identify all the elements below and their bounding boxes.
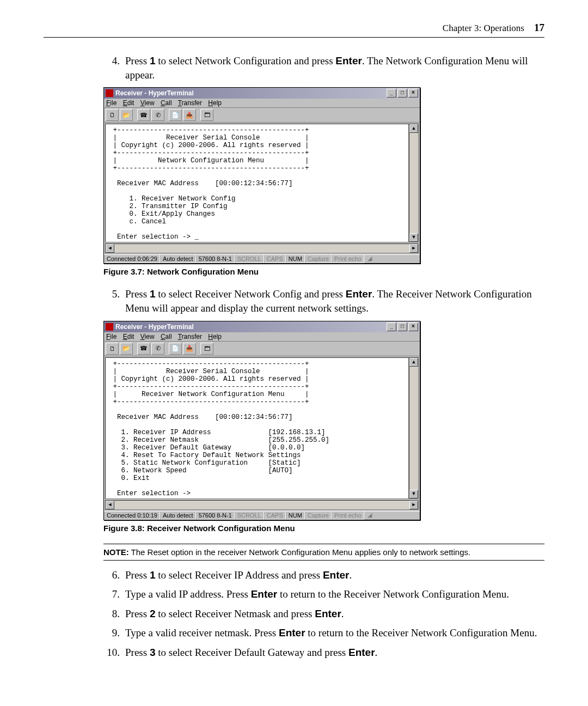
maximize-button[interactable]: □ [397,89,407,98]
tb-connect-icon[interactable]: ☎ [137,343,150,355]
titlebar[interactable]: Receiver - HyperTerminal _ □ × [104,88,420,99]
page-header: Chapter 3: Operations 17 [44,22,544,38]
step-10: 10. Press 3 to select Receiver Default G… [103,646,544,660]
tb-receive-icon[interactable]: 📥 [183,343,196,355]
tb-disconnect-icon[interactable]: ✆ [151,109,164,121]
step-text: Type a valid receiver netmask. Press Ent… [125,626,544,640]
statusbar: Connected 0:06:29 Auto detect 57600 8-N-… [104,254,420,263]
hyperterminal-window-2: Receiver - HyperTerminal _ □ × File Edit… [103,321,420,520]
menu-view[interactable]: View [140,333,155,340]
step-number: 8. [103,607,120,621]
scroll-up-icon[interactable] [409,358,418,367]
step-number: 4. [103,54,120,82]
menu-help[interactable]: Help [208,99,222,107]
note-text: The Reset option in the receiver Network… [129,547,471,557]
tb-send-icon[interactable]: 📄 [169,343,182,355]
scroll-right-icon[interactable] [409,244,418,253]
status-connected: Connected 0:06:29 [104,255,160,263]
step-number: 9. [103,626,120,640]
status-caps: CAPS [264,255,286,263]
statusbar: Connected 0:10:19 Auto detect 57600 8-N-… [104,511,420,520]
tb-send-icon[interactable]: 📄 [169,109,182,121]
status-capture: Capture [305,512,332,520]
hyperterminal-window-1: Receiver - HyperTerminal _ □ × File Edit… [103,87,420,264]
tb-properties-icon[interactable]: 🗔 [200,343,213,355]
tb-properties-icon[interactable]: 🗔 [200,109,213,121]
step-number: 10. [103,646,120,660]
step-number: 6. [103,568,120,582]
status-echo: Print echo [332,512,364,520]
step-4: 4. Press 1 to select Network Configurati… [103,54,544,82]
status-caps: CAPS [264,512,286,520]
status-echo: Print echo [332,255,364,263]
titlebar[interactable]: Receiver - HyperTerminal _ □ × [104,321,420,332]
figure-caption-3-7: Figure 3.7: Network Configuration Menu [103,267,544,276]
window-title: Receiver - HyperTerminal [115,323,194,331]
menubar[interactable]: File Edit View Call Transfer Help [104,332,420,342]
note-box: NOTE: The Reset option in the receiver N… [103,544,544,561]
app-icon [106,323,113,331]
scroll-down-icon[interactable] [409,233,418,242]
menu-transfer[interactable]: Transfer [178,99,202,107]
toolbar: 🗋 📂 ☎ ✆ 📄 📥 🗔 [104,108,420,123]
note-label: NOTE: [103,547,129,557]
figure-caption-3-8: Figure 3.8: Receiver Network Configurati… [103,524,544,533]
maximize-button[interactable]: □ [397,322,407,331]
menu-edit[interactable]: Edit [123,99,134,107]
tb-open-icon[interactable]: 📂 [120,343,133,355]
tb-new-icon[interactable]: 🗋 [106,109,119,121]
status-capture: Capture [305,255,332,263]
scroll-up-icon[interactable] [409,124,418,133]
minimize-button[interactable]: _ [387,89,396,98]
menu-file[interactable]: File [106,99,117,107]
menu-help[interactable]: Help [208,333,222,340]
tb-open-icon[interactable]: 📂 [120,109,133,121]
step-text: Type a valid IP address. Press Enter to … [125,587,544,601]
resize-grip-icon[interactable]: ◢ [364,255,373,263]
resize-grip-icon[interactable]: ◢ [364,512,373,520]
status-detect: Auto detect [160,255,196,263]
step-text: Press 1 to select Receiver Network Confi… [125,287,544,315]
menu-view[interactable]: View [140,99,155,107]
scroll-left-icon[interactable] [106,501,114,509]
toolbar: 🗋 📂 ☎ ✆ 📄 📥 🗔 [104,342,420,356]
menubar[interactable]: File Edit View Call Transfer Help [104,99,420,108]
step-number: 5. [103,287,120,315]
tb-connect-icon[interactable]: ☎ [137,109,150,121]
menu-call[interactable]: Call [161,99,172,107]
status-scroll: SCROLL [235,255,264,263]
status-connected: Connected 0:10:19 [104,512,160,520]
menu-file[interactable]: File [106,333,117,340]
scroll-left-icon[interactable] [106,244,114,253]
tb-disconnect-icon[interactable]: ✆ [151,343,164,355]
horizontal-scrollbar[interactable] [105,500,419,510]
status-num: NUM [286,512,305,520]
tb-new-icon[interactable]: 🗋 [106,343,119,355]
menu-transfer[interactable]: Transfer [178,333,202,340]
horizontal-scrollbar[interactable] [105,244,419,253]
status-baud: 57600 8-N-1 [196,255,235,263]
step-6: 6. Press 1 to select Receiver IP Address… [103,568,544,582]
status-num: NUM [286,255,305,263]
menu-call[interactable]: Call [161,333,172,340]
scroll-down-icon[interactable] [409,490,418,498]
terminal-output[interactable]: +---------------------------------------… [105,357,409,499]
step-text: Press 1 to select Receiver IP Address an… [125,568,544,582]
step-9: 9. Type a valid receiver netmask. Press … [103,626,544,640]
close-button[interactable]: × [408,322,418,331]
step-8: 8. Press 2 to select Receiver Netmask an… [103,607,544,621]
menu-edit[interactable]: Edit [123,333,134,340]
window-title: Receiver - HyperTerminal [115,89,194,97]
vertical-scrollbar[interactable] [409,357,419,499]
app-icon [106,89,113,97]
step-7: 7. Type a valid IP address. Press Enter … [103,587,544,601]
step-5: 5. Press 1 to select Receiver Network Co… [103,287,544,315]
close-button[interactable]: × [408,89,418,98]
minimize-button[interactable]: _ [387,322,396,331]
scroll-right-icon[interactable] [409,501,418,509]
tb-receive-icon[interactable]: 📥 [183,109,196,121]
step-number: 7. [103,587,120,601]
terminal-output[interactable]: +---------------------------------------… [105,124,409,242]
vertical-scrollbar[interactable] [409,124,419,242]
step-text: Press 2 to select Receiver Netmask and p… [125,607,544,621]
